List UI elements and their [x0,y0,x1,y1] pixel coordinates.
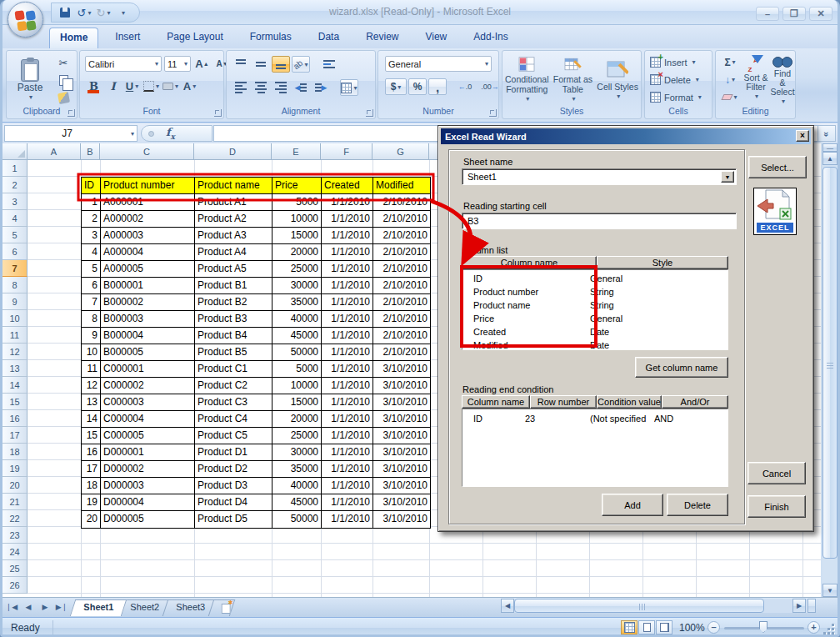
grid-cell[interactable]: 15000 [272,228,322,244]
add-button[interactable]: Add [602,494,663,516]
next-sheet-button[interactable]: ▶ [38,599,52,614]
autosum-button[interactable]: Σ▾ [719,54,741,70]
vertical-scrollbar[interactable]: — ▲ ▼ [822,143,838,597]
row-header-8[interactable]: 8 [2,277,28,293]
row-header-9[interactable]: 9 [2,293,28,310]
grid-cell[interactable]: 10000 [272,211,322,228]
grid-cell[interactable]: Product D1 [195,444,272,461]
grid-cell[interactable]: D000003 [101,478,195,494]
grid-cell[interactable]: B000003 [101,311,195,328]
grid-cell[interactable]: 1/1/2010 [322,194,373,211]
expand-formula-bar-button[interactable]: » [818,125,836,142]
grid-cell[interactable]: 1/1/2010 [322,511,373,528]
row-header-17[interactable]: 17 [2,427,28,444]
grid-cell[interactable]: 1/1/2010 [322,361,373,378]
row-header-21[interactable]: 21 [2,494,28,510]
increase-font-button[interactable]: A▲ [193,55,211,73]
decrease-decimal-button[interactable]: .00→ [478,78,502,95]
column-list-row[interactable]: IDGeneral [462,272,728,285]
grid-cell[interactable]: 45000 [272,328,322,344]
tab-add-ins[interactable]: Add-Ins [463,28,518,48]
scroll-left-icon[interactable]: ◀ [501,599,514,613]
select-all-corner[interactable] [2,143,28,160]
tab-formulas[interactable]: Formulas [240,28,302,48]
name-box[interactable]: J7▾ [4,125,138,142]
grid-cell[interactable]: 2/10/2010 [373,194,430,211]
grid-cell[interactable]: 5 [82,261,101,278]
grid-cell[interactable]: Product C5 [195,428,272,444]
grid-cell[interactable]: Product A5 [195,261,272,278]
grid-cell[interactable]: 16 [82,444,101,461]
row-header-16[interactable]: 16 [2,410,28,427]
orientation-button[interactable]: ab▾ [292,56,310,73]
grid-cell[interactable]: Product B3 [195,311,272,328]
row-header-24[interactable]: 24 [2,544,28,560]
grid-cell[interactable]: 1/1/2010 [322,478,373,494]
row-header-4[interactable]: 4 [2,210,28,227]
grid-cell[interactable]: 2/10/2010 [373,344,430,361]
scroll-down-icon[interactable]: ▼ [822,584,838,597]
grid-cell[interactable]: 9 [82,328,101,344]
grid-cell[interactable]: 1/1/2010 [322,378,373,394]
grid-cell[interactable]: D000001 [101,444,195,461]
zoom-slider-thumb[interactable] [759,621,768,633]
column-list-header[interactable]: Style [597,256,728,269]
grid-cell[interactable]: 12 [82,378,101,394]
fill-button[interactable]: ↓▾ [719,72,741,88]
grid-cell[interactable]: 4 [82,244,101,261]
grid-cell[interactable]: 10 [82,344,101,361]
grid-cell[interactable]: Product A4 [195,244,272,261]
end-condition-header[interactable]: Row number [530,395,597,409]
grid-cell[interactable]: C000001 [101,361,195,378]
grid-cell[interactable]: Product A2 [195,211,272,228]
vertical-scroll-thumb[interactable] [822,167,838,559]
align-left-button[interactable] [232,79,250,96]
grid-cell[interactable]: D000004 [101,494,195,511]
grid-cell[interactable]: 3/10/2010 [373,361,430,378]
cancel-button[interactable]: Cancel [748,462,806,484]
row-header-10[interactable]: 10 [2,310,28,327]
grid-cell[interactable]: 3/10/2010 [373,411,430,428]
underline-button[interactable]: U▾ [123,78,141,95]
grid-cell[interactable]: D000002 [101,461,195,478]
grid-cell[interactable]: A000002 [101,211,195,228]
grid-cell[interactable]: B000004 [101,328,195,344]
tab-view[interactable]: View [415,28,457,48]
row-header-12[interactable]: 12 [2,344,28,360]
grid-cell[interactable]: 1/1/2010 [322,444,373,461]
column-header-B[interactable]: B [81,143,100,160]
grid-cell[interactable]: A000001 [101,194,195,211]
minimize-button[interactable]: – [756,7,779,21]
row-header-5[interactable]: 5 [2,227,28,243]
grid-cell[interactable]: Product A1 [195,194,272,211]
grid-cell[interactable]: D000005 [101,511,195,528]
prev-sheet-button[interactable]: ◀ [21,599,36,614]
scroll-up-icon[interactable]: ▲ [822,152,838,165]
grid-cell[interactable]: C000005 [101,428,195,444]
font-size-combobox[interactable]: 11▾ [164,56,191,72]
grid-cell[interactable]: 2/10/2010 [373,261,430,278]
grid-cell[interactable]: 3/10/2010 [373,378,430,394]
grid-cell[interactable]: 40000 [272,311,322,328]
grid-cell[interactable]: 2/10/2010 [373,228,430,244]
grid-cell[interactable]: 13 [82,394,101,411]
tab-review[interactable]: Review [356,28,408,48]
format-as-table-button[interactable]: Format as Table▾ [552,54,595,105]
accounting-format-button[interactable]: $▾ [385,78,407,95]
grid-cell[interactable]: 5000 [272,194,322,211]
grid-cell[interactable]: 3/10/2010 [373,478,430,494]
column-list-row[interactable]: Product numberString [462,285,728,298]
grid-cell[interactable]: 6 [82,278,101,294]
grid-cell[interactable]: 15 [82,428,101,444]
align-top-button[interactable] [232,56,250,73]
maximize-button[interactable]: ❒ [782,7,806,21]
grid-cell[interactable]: 1/1/2010 [322,278,373,294]
tab-insert[interactable]: Insert [105,28,150,48]
zoom-level[interactable]: 100% [679,622,705,634]
grid-cell[interactable]: C000002 [101,378,195,394]
borders-button[interactable]: ▾ [142,78,160,95]
grid-cell[interactable]: 3/10/2010 [373,444,430,461]
tab-data[interactable]: Data [308,28,349,48]
cut-button[interactable]: ✂ [55,55,72,70]
grid-cell[interactable]: 1/1/2010 [322,411,373,428]
